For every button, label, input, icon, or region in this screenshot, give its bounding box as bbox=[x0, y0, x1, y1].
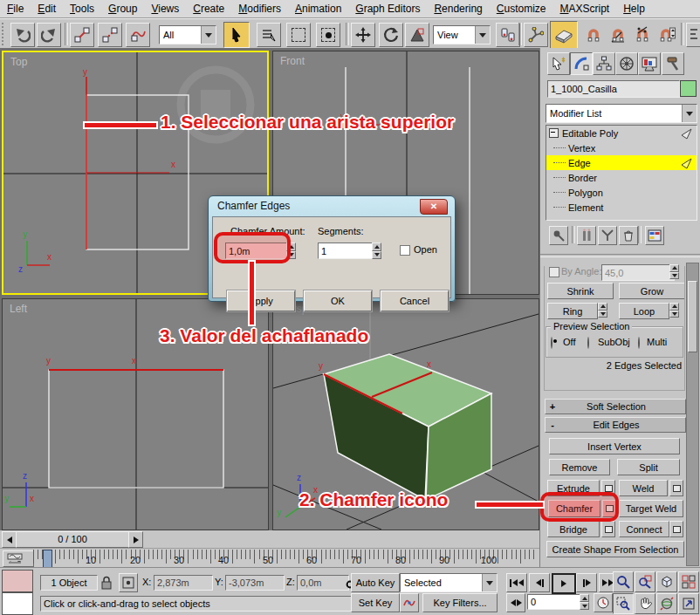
by-angle-spinner[interactable] bbox=[669, 264, 679, 279]
ring-spinner[interactable] bbox=[598, 303, 607, 318]
split-button[interactable]: Split bbox=[617, 459, 680, 475]
open-checkbox-label[interactable]: Open bbox=[414, 244, 437, 255]
preview-off-radio[interactable] bbox=[551, 337, 552, 349]
maxscript-mini-listener-white[interactable] bbox=[2, 592, 33, 615]
select-by-name-button[interactable] bbox=[257, 23, 281, 47]
make-unique-button[interactable] bbox=[598, 226, 617, 245]
next-frame-button[interactable] bbox=[576, 573, 597, 592]
menu-rendering[interactable]: Rendering bbox=[427, 1, 489, 17]
tab-display[interactable] bbox=[638, 52, 661, 75]
percent-snap-toggle-button[interactable] bbox=[630, 23, 655, 47]
edit-edges-rollout-header[interactable]: - Edit Edges bbox=[545, 417, 686, 433]
new-key-filters-curve-button[interactable] bbox=[400, 593, 419, 612]
object-name-field[interactable]: 1_1000_Casilla bbox=[547, 80, 680, 98]
grow-button[interactable]: Grow bbox=[619, 283, 685, 299]
scrollbar-thumb[interactable] bbox=[688, 281, 697, 352]
zoom-button[interactable] bbox=[613, 571, 634, 592]
go-to-start-button[interactable] bbox=[506, 573, 527, 592]
viewport-front-label[interactable]: Front bbox=[280, 55, 305, 67]
select-and-manipulate-button[interactable] bbox=[524, 23, 548, 47]
time-configuration-button[interactable] bbox=[594, 593, 613, 612]
tab-utilities[interactable] bbox=[662, 52, 684, 75]
segments-spinner[interactable] bbox=[372, 243, 381, 259]
rollout-scrollbar[interactable] bbox=[686, 263, 699, 566]
dialog-close-button[interactable]: ✕ bbox=[420, 199, 448, 215]
rectangular-selection-region-button[interactable] bbox=[286, 23, 311, 47]
window-crossing-toggle-button[interactable] bbox=[316, 23, 340, 47]
zoom-region-button[interactable] bbox=[613, 593, 634, 614]
segments-field[interactable]: 1 bbox=[318, 243, 374, 259]
preview-subobj-label[interactable]: SubObj bbox=[598, 337, 630, 347]
use-pivot-center-button[interactable] bbox=[496, 23, 520, 47]
track-bar[interactable]: 0 10 20 30 40 50 60 70 80 90 100 bbox=[0, 548, 539, 568]
undo-button[interactable] bbox=[10, 23, 35, 47]
select-and-scale-button[interactable] bbox=[405, 23, 429, 47]
time-slider[interactable]: 0 / 100 bbox=[16, 531, 129, 548]
shrink-button[interactable]: Shrink bbox=[547, 283, 614, 299]
y-coordinate-field[interactable]: -3,073m bbox=[225, 575, 285, 591]
current-frame-field[interactable]: 0 bbox=[527, 594, 585, 610]
bind-to-space-warp-button[interactable] bbox=[126, 23, 150, 47]
tab-hierarchy[interactable] bbox=[593, 52, 615, 75]
menu-graph-editors[interactable]: Graph Editors bbox=[348, 1, 427, 17]
bridge-settings-button[interactable] bbox=[601, 521, 615, 537]
selection-filter-dropdown[interactable]: All bbox=[159, 25, 216, 44]
time-slider-next-button[interactable] bbox=[128, 531, 143, 548]
weld-button[interactable]: Weld bbox=[619, 480, 668, 496]
cancel-button[interactable]: Cancel bbox=[381, 290, 449, 311]
zoom-extents-all-button[interactable] bbox=[678, 571, 699, 592]
z-coordinate-field[interactable]: 0,0m bbox=[297, 575, 349, 591]
viewport-top-label[interactable]: Top bbox=[10, 56, 27, 68]
reference-coordinate-arrow[interactable] bbox=[475, 26, 490, 44]
loop-button[interactable]: Loop bbox=[619, 303, 669, 319]
insert-vertex-button[interactable]: Insert Vertex bbox=[549, 438, 680, 454]
stack-item-border[interactable]: Border bbox=[546, 170, 697, 185]
bridge-button[interactable]: Bridge bbox=[547, 521, 600, 537]
by-angle-checkbox[interactable] bbox=[549, 267, 559, 277]
configure-modifier-sets-button[interactable] bbox=[645, 226, 664, 245]
menu-edit[interactable]: Edit bbox=[31, 1, 63, 17]
viewport-left-label[interactable]: Left bbox=[10, 303, 27, 315]
select-and-rotate-button[interactable] bbox=[379, 23, 403, 47]
pan-button[interactable] bbox=[635, 593, 655, 614]
tree-collapse-icon[interactable] bbox=[549, 128, 559, 138]
object-color-swatch[interactable] bbox=[680, 80, 697, 97]
preview-subobj-radio[interactable] bbox=[587, 337, 589, 349]
weld-settings-button[interactable] bbox=[669, 480, 683, 496]
select-object-button[interactable] bbox=[223, 22, 250, 48]
menu-help[interactable]: Help bbox=[616, 1, 652, 17]
menu-animation[interactable]: Animation bbox=[288, 1, 348, 17]
ring-button[interactable]: Ring bbox=[547, 303, 598, 319]
reference-coordinate-dropdown[interactable]: View bbox=[433, 25, 491, 44]
zoom-extents-button[interactable] bbox=[656, 571, 677, 592]
stack-item-polygon[interactable]: Polygon bbox=[546, 185, 697, 200]
menu-maxscript[interactable]: MAXScript bbox=[553, 1, 617, 17]
key-filters-button[interactable]: Key Filters... bbox=[422, 593, 498, 612]
connect-button[interactable]: Connect bbox=[619, 521, 669, 537]
frame-spinner[interactable] bbox=[580, 594, 589, 610]
modifier-list-dropdown[interactable]: Modifier List bbox=[546, 104, 697, 123]
tab-create[interactable] bbox=[547, 52, 570, 75]
maximize-viewport-toggle-button[interactable] bbox=[678, 593, 699, 614]
target-weld-button[interactable]: Target Weld bbox=[619, 500, 683, 517]
tab-modify[interactable] bbox=[570, 52, 593, 75]
auto-key-button[interactable]: Auto Key bbox=[351, 573, 400, 592]
set-key-button[interactable]: Set Key bbox=[351, 593, 400, 612]
key-mode-dropdown[interactable]: Selected bbox=[400, 573, 498, 592]
preview-off-label[interactable]: Off bbox=[563, 337, 575, 347]
arc-rotate-button[interactable] bbox=[656, 593, 677, 614]
menu-create[interactable]: Create bbox=[186, 1, 231, 17]
connect-settings-button[interactable] bbox=[669, 521, 683, 537]
remove-modifier-button[interactable] bbox=[619, 226, 638, 245]
unlink-selection-button[interactable] bbox=[98, 23, 122, 47]
spinner-snap-toggle-button[interactable] bbox=[655, 23, 679, 47]
menu-customize[interactable]: Customize bbox=[490, 1, 553, 17]
time-slider-prev-button[interactable] bbox=[2, 531, 17, 548]
x-coordinate-field[interactable]: 2,873m bbox=[154, 575, 213, 591]
stack-item-edge[interactable]: Edge bbox=[546, 155, 697, 170]
play-button[interactable] bbox=[552, 573, 576, 594]
snaps-toggle-button[interactable] bbox=[581, 23, 606, 47]
key-mode-arrow[interactable] bbox=[482, 574, 497, 591]
redo-button[interactable] bbox=[37, 23, 61, 47]
menu-tools[interactable]: Tools bbox=[63, 1, 101, 17]
